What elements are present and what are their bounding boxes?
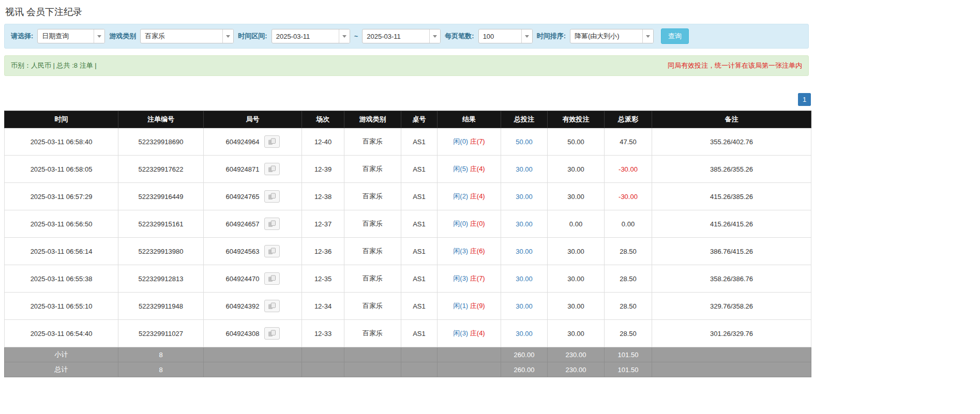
payout-value: 28.50	[620, 330, 637, 338]
page-title: 视讯 会员下注纪录	[4, 4, 976, 24]
cell-payout: 28.50	[605, 320, 652, 347]
cell-payout: 28.50	[605, 265, 652, 293]
round-detail-button[interactable]	[264, 327, 280, 340]
page-button-1[interactable]: 1	[798, 93, 811, 106]
cell-total-bet: 30.00	[501, 320, 548, 347]
result-player: 闲(3)	[453, 274, 468, 282]
grand-total-empty-result	[438, 362, 501, 377]
cell-total-bet: 30.00	[501, 238, 548, 265]
cell-result: 闲(5) 庄(4)	[438, 156, 501, 183]
total-bet-link[interactable]: 30.00	[516, 275, 533, 283]
grand-total-empty-game-type	[344, 362, 401, 377]
date-to-combo	[362, 29, 441, 43]
result-banker: 庄(4)	[470, 192, 485, 200]
cell-round: 604924657	[204, 210, 302, 238]
cell-round: 604924308	[204, 320, 302, 347]
game-type-input[interactable]	[141, 29, 222, 43]
cell-total-bet: 50.00	[501, 128, 548, 156]
page-size-input[interactable]	[479, 29, 521, 43]
cell-round: 604924871	[204, 156, 302, 183]
payout-value: 28.50	[620, 275, 637, 283]
cell-game-type: 百家乐	[344, 128, 401, 156]
column-header-round: 局号	[204, 111, 302, 128]
cell-total-bet: 30.00	[501, 210, 548, 238]
query-type-label: 请选择:	[11, 32, 33, 41]
cell-game-type: 百家乐	[344, 156, 401, 183]
total-bet-link[interactable]: 30.00	[516, 220, 533, 228]
column-header-bet-id: 注单编号	[118, 111, 204, 128]
date-from-dropdown-button[interactable]	[339, 29, 350, 43]
total-bet-link[interactable]: 30.00	[516, 193, 533, 201]
payout-value: 0.00	[622, 220, 635, 228]
cards-icon	[268, 330, 276, 337]
cell-result: 闲(2) 庄(4)	[438, 183, 501, 210]
records-table: 时间 注单编号 局号 场次 游戏类别 桌号 结果 总投注 有效投注 总派彩 备注…	[4, 111, 811, 377]
cell-time: 2025-03-11 06:55:38	[5, 265, 118, 293]
subtotal-label: 小计	[5, 347, 118, 362]
sort-dropdown-button[interactable]	[642, 29, 653, 43]
cell-session: 12-35	[302, 265, 344, 293]
cell-note: 301.26/329.76	[652, 320, 811, 347]
total-bet-link[interactable]: 50.00	[516, 138, 533, 146]
cell-session: 12-36	[302, 238, 344, 265]
total-bet-link[interactable]: 30.00	[516, 330, 533, 338]
cell-game-type: 百家乐	[344, 265, 401, 293]
cell-game-type: 百家乐	[344, 183, 401, 210]
query-type-dropdown-button[interactable]	[94, 29, 104, 43]
query-type-input[interactable]	[38, 29, 94, 43]
total-bet-link[interactable]: 30.00	[516, 248, 533, 255]
round-number: 604924964	[225, 138, 259, 146]
cell-table-no: AS1	[401, 320, 438, 347]
total-bet-link[interactable]: 30.00	[516, 302, 533, 310]
cell-round: 604924563	[204, 238, 302, 265]
round-detail-button[interactable]	[264, 135, 280, 148]
round-detail-button[interactable]	[264, 300, 280, 312]
cell-total-bet: 30.00	[501, 265, 548, 293]
round-number: 604924392	[225, 302, 259, 310]
column-header-time: 时间	[5, 111, 118, 128]
cell-table-no: AS1	[401, 128, 438, 156]
cell-note: 329.76/358.26	[652, 293, 811, 320]
table-row: 2025-03-11 06:58:40 522329918690 6049249…	[5, 128, 811, 156]
page-size-dropdown-button[interactable]	[521, 29, 532, 43]
result-player: 闲(0)	[453, 220, 468, 227]
cell-valid-bet: 30.00	[548, 238, 605, 265]
cell-bet-id: 522329915161	[118, 210, 204, 238]
date-to-dropdown-button[interactable]	[429, 29, 440, 43]
grand-total-row: 总计 8 260.00 230.00 101.50	[5, 362, 811, 377]
date-from-input[interactable]	[272, 29, 339, 43]
query-type-combo	[37, 29, 105, 43]
cell-time: 2025-03-11 06:57:29	[5, 183, 118, 210]
search-button[interactable]: 查询	[661, 28, 689, 44]
round-detail-button[interactable]	[264, 245, 280, 257]
column-header-payout: 总派彩	[605, 111, 652, 128]
round-detail-button[interactable]	[264, 218, 280, 230]
result-player: 闲(2)	[453, 192, 468, 200]
grand-total-empty-round	[204, 362, 302, 377]
subtotal-empty-result	[438, 347, 501, 362]
column-header-session: 场次	[302, 111, 344, 128]
cell-time: 2025-03-11 06:55:10	[5, 293, 118, 320]
game-type-dropdown-button[interactable]	[222, 29, 233, 43]
table-row: 2025-03-11 06:54:40 522329911027 6049243…	[5, 320, 811, 347]
round-number: 604924871	[225, 165, 259, 173]
cell-result: 闲(3) 庄(6)	[438, 238, 501, 265]
round-detail-button[interactable]	[264, 190, 280, 203]
cell-time: 2025-03-11 06:58:05	[5, 156, 118, 183]
sort-combo	[570, 29, 654, 43]
round-detail-button[interactable]	[264, 163, 280, 175]
date-to-input[interactable]	[363, 29, 429, 43]
subtotal-empty-table-no	[401, 347, 438, 362]
payout-value: -30.00	[619, 165, 638, 173]
subtotal-total-bet: 260.00	[501, 347, 548, 362]
round-detail-button[interactable]	[264, 272, 280, 285]
cell-table-no: AS1	[401, 183, 438, 210]
sort-input[interactable]	[570, 29, 642, 43]
cell-round: 604924392	[204, 293, 302, 320]
cards-icon	[268, 138, 276, 145]
grand-total-total-bet: 260.00	[501, 362, 548, 377]
column-header-note: 备注	[652, 111, 811, 128]
total-bet-link[interactable]: 30.00	[516, 165, 533, 173]
table-row: 2025-03-11 06:56:50 522329915161 6049246…	[5, 210, 811, 238]
column-header-game-type: 游戏类别	[344, 111, 401, 128]
